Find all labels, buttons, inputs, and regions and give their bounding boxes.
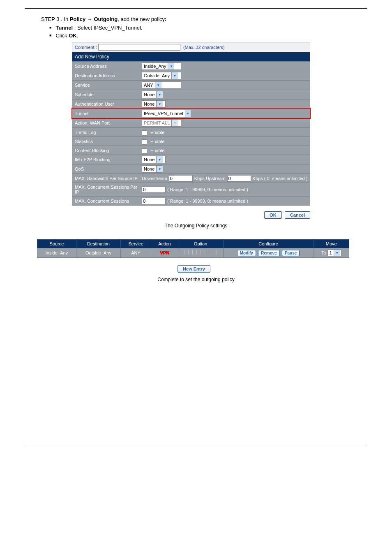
label-source: Source Address: [72, 62, 140, 70]
kbps-hint: Kbps ( 0: means unlimited ): [253, 176, 308, 181]
cancel-button[interactable]: Cancel: [285, 211, 310, 219]
action-select[interactable]: PERMIT ALL▼: [142, 119, 181, 127]
chevron-down-icon: ▼: [156, 101, 163, 107]
dest-select[interactable]: Outside_Any▼: [142, 72, 181, 79]
table-row: Inside_Any Outside_Any ANY VPN Modify Re…: [37, 248, 349, 258]
policy-form: Comment : (Max. 32 characters) Add New P…: [72, 42, 310, 206]
cell-configure: Modify Remove Pause: [223, 248, 314, 258]
downstream-input[interactable]: [169, 175, 193, 182]
top-divider: [25, 8, 367, 9]
comment-row: Comment : (Max. 32 characters): [72, 42, 310, 52]
label-stats: Statistics: [72, 137, 140, 146]
label-service: Service: [72, 81, 140, 89]
vpn-badge: VPN: [160, 250, 169, 255]
chevron-down-icon: ▼: [171, 72, 178, 79]
range-hint2: ( Range: 1 - 99999, 0: means unlimited ): [167, 199, 248, 204]
chevron-down-icon: ▼: [168, 63, 174, 69]
content-checkbox[interactable]: [142, 148, 147, 154]
bottom-divider: [25, 447, 367, 447]
label-dest: Destination Address: [72, 72, 140, 80]
th-action: Action: [151, 240, 178, 248]
bullet-list: Tunnel : Select IPSec_VPN_Tunnel. Click …: [25, 25, 367, 39]
th-configure: Configure: [223, 240, 314, 248]
auth-select[interactable]: None▼: [142, 100, 166, 108]
new-entry-button[interactable]: New Entry: [178, 265, 210, 273]
cell-service: ANY: [120, 248, 151, 258]
chevron-down-icon: ▼: [156, 156, 163, 163]
chevron-down-icon: ▼: [185, 110, 191, 117]
label-content: Content Blocking: [72, 146, 140, 155]
th-move: Move: [314, 240, 349, 248]
upstream-input[interactable]: [227, 175, 251, 182]
chevron-down-icon: ▼: [171, 120, 178, 126]
range-hint: ( Range: 1 - 99999, 0: means unlimited ): [167, 187, 248, 192]
th-source: Source: [37, 240, 76, 248]
imp2p-select[interactable]: None▼: [142, 156, 166, 163]
kbps-up-label: Kbps Upstream: [194, 176, 226, 181]
traffic-checkbox[interactable]: [142, 130, 147, 136]
cell-action: VPN: [151, 248, 178, 258]
form-title: Add New Policy: [72, 52, 310, 61]
cell-source: Inside_Any: [37, 248, 76, 258]
move-select[interactable]: 1▼: [327, 250, 341, 256]
modify-button[interactable]: Modify: [237, 250, 256, 256]
pause-button[interactable]: Pause: [282, 250, 300, 256]
tunnel-select[interactable]: IPsec_VPN_Tunnel▼: [142, 110, 191, 117]
label-tunnel: Tunnel: [72, 109, 140, 118]
sessions-input[interactable]: [142, 198, 166, 204]
cell-dest: Outside_Any: [76, 248, 121, 258]
comment-input[interactable]: [98, 44, 180, 51]
schedule-select[interactable]: None▼: [142, 91, 163, 98]
sessions-ip-input[interactable]: [142, 186, 166, 193]
th-dest: Destination: [76, 240, 121, 248]
th-service: Service: [120, 240, 151, 248]
chevron-down-icon: ▼: [155, 82, 161, 88]
label-action: Action, WAN Port: [72, 119, 140, 127]
comment-label: Comment :: [75, 45, 97, 50]
bullet-item: Tunnel : Select IPSec_VPN_Tunnel.: [49, 25, 367, 31]
downstream-label: Downstream: [142, 176, 167, 181]
arrow-icon: →: [87, 16, 92, 22]
caption-2: Complete to set the outgoing policy: [25, 277, 367, 282]
step-line: STEP 3 . In Policy → Outgoing, add the n…: [25, 16, 367, 22]
label-traffic: Traffic Log: [72, 128, 140, 136]
chevron-down-icon: ▼: [156, 91, 163, 98]
remove-button[interactable]: Remove: [258, 250, 280, 256]
cell-move: To 1▼: [314, 248, 349, 258]
comment-hint: (Max. 32 characters): [183, 45, 225, 50]
ok-button[interactable]: OK: [264, 211, 282, 219]
label-maxbw: MAX. Bandwidth Per Source IP: [72, 174, 140, 183]
source-select[interactable]: Inside_Any▼: [142, 62, 181, 70]
label-auth: Authentication User: [72, 100, 140, 108]
service-select[interactable]: ANY▼: [142, 81, 181, 89]
qos-select[interactable]: None▼: [142, 165, 163, 173]
label-schedule: Schedule: [72, 90, 140, 99]
cell-option: [178, 248, 223, 258]
policy-table: Source Destination Service Action Option…: [37, 239, 349, 258]
to-label: To: [321, 250, 326, 255]
caption-1: The Outgoing Policy settings: [25, 223, 367, 229]
label-imp2p: IM / P2P Blocking: [72, 155, 140, 164]
label-qos: QoS: [72, 165, 140, 173]
bullet-item: Click OK.: [49, 32, 367, 39]
label-maxses-ip: MAX. Concurrent Sessions Per IP: [72, 183, 140, 196]
stats-checkbox[interactable]: [142, 139, 147, 145]
chevron-down-icon: ▼: [156, 166, 163, 172]
chevron-down-icon: ▼: [334, 250, 340, 256]
th-option: Option: [178, 240, 223, 248]
label-maxses: MAX. Concurrent Sessions: [72, 197, 140, 205]
button-row: OK Cancel: [72, 211, 310, 219]
